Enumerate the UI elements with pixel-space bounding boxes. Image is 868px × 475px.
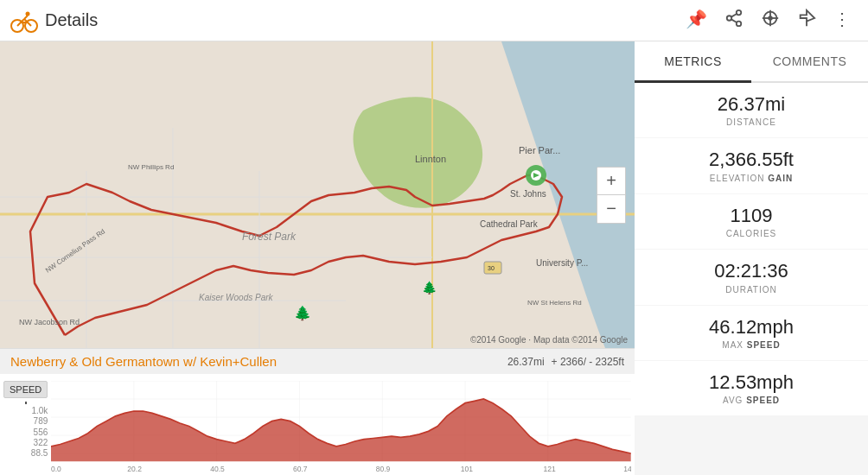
svg-text:80.9: 80.9 [376,465,391,472]
metrics-list: 26.37miDISTANCE2,366.55ftELEVATION GAIN1… [635,83,868,475]
pin-icon[interactable]: 📌 [686,9,707,32]
zoom-out-button[interactable]: − [597,195,625,223]
location-icon[interactable] [761,9,780,32]
metric-item: 1109CALORIES [635,194,868,249]
svg-line-10 [731,19,737,22]
svg-text:40.5: 40.5 [210,465,225,472]
metric-item: 12.53mphAVG SPEED [635,361,868,415]
svg-text:NW Phillips Rd: NW Phillips Rd [128,163,174,171]
map-copyright: ©2014 Google · Map data ©2014 Google [470,335,628,345]
svg-text:🌲: 🌲 [422,281,437,295]
activity-info-bar: Newberry & Old Germantown w/ Kevin+Culle… [0,348,635,374]
activity-elevation: + 2366 [552,356,584,368]
svg-point-9 [737,22,742,26]
svg-marker-16 [801,10,815,22]
share-icon[interactable] [724,9,744,32]
activity-elevation-loss: / - 2325ft [584,356,624,368]
svg-text:NW St Helens Rd: NW St Helens Rd [527,299,582,307]
metric-item: 46.12mphMAX SPEED [635,306,868,360]
svg-line-5 [24,16,28,19]
cycling-icon [10,7,38,35]
chart-y-labels: 1.0k 789 556 322 88.5 [3,406,48,458]
svg-text:St. Johns: St. Johns [510,189,546,199]
tab-comments[interactable]: Comments [751,41,868,81]
left-panel: Linnton Pier Par... St. Johns Cathedral … [0,41,635,475]
svg-text:20.2: 20.2 [128,465,143,472]
svg-text:Linnton: Linnton [415,154,446,164]
directions-icon[interactable] [797,9,816,32]
svg-text:101: 101 [461,465,473,472]
svg-text:Cathedral Park: Cathedral Park [480,219,539,229]
svg-text:Forest Park: Forest Park [242,231,297,243]
metric-item: 26.37miDISTANCE [635,83,868,137]
right-panel: Metrics Comments 26.37miDISTANCE2,366.55… [635,41,868,475]
svg-text:60.7: 60.7 [293,465,308,472]
svg-text:0.0: 0.0 [51,465,61,472]
svg-text:14: 14 [623,465,631,472]
map-controls: + − [597,167,626,224]
svg-line-11 [731,14,737,17]
tabs: Metrics Comments [635,41,868,83]
svg-point-8 [727,16,732,21]
metric-item: 2,366.55ftELEVATION GAIN [635,138,868,193]
svg-text:NW Jacobson Rd: NW Jacobson Rd [19,318,80,326]
speed-button[interactable]: SPEED [3,381,48,398]
tab-metrics[interactable]: Metrics [635,41,751,83]
svg-text:121: 121 [544,465,556,472]
map-area: Linnton Pier Par... St. Johns Cathedral … [0,41,635,348]
svg-point-2 [26,11,30,16]
activity-distance: 26.37mi [507,356,545,368]
svg-text:30: 30 [488,265,495,271]
metric-item: 02:21:36DURATION [635,250,868,304]
chart-area: SPEED 1.0k 789 556 322 88.5 [0,374,635,475]
header: Details 📌 ⋮ [0,0,868,41]
elevation-chart: 0.0 20.2 40.5 60.7 80.9 101 121 14 [51,381,631,472]
activity-title: Newberry & Old Germantown w/ Kevin+Culle… [10,354,507,369]
svg-point-7 [737,10,742,16]
more-icon[interactable]: ⋮ [833,9,851,32]
page-title: Details [45,10,98,30]
zoom-in-button[interactable]: + [597,168,625,195]
svg-text:University P...: University P... [536,258,588,268]
svg-text:🌲: 🌲 [294,305,311,321]
svg-text:Kaiser Woods Park: Kaiser Woods Park [199,293,274,302]
svg-text:Pier Par...: Pier Par... [519,145,560,155]
